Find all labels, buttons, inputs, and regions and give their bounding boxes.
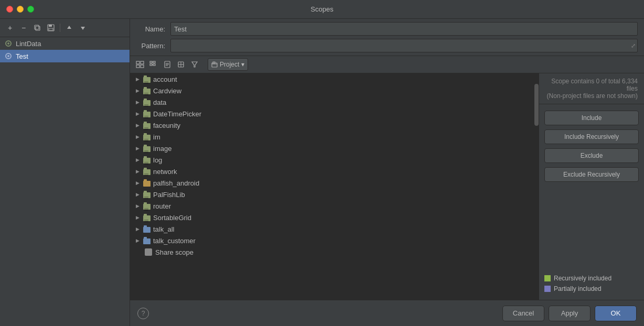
move-down-button[interactable] [77,22,89,34]
exclude-button[interactable]: Exclude [544,148,639,163]
tree-item-network[interactable]: ▶ network [130,166,533,177]
tree-arrow-icon: ▶ [134,99,141,105]
tree-arrow-icon: ▶ [134,226,141,232]
tree-item-im[interactable]: ▶ im [130,131,533,143]
svg-rect-1 [36,26,40,30]
svg-rect-12 [153,61,155,63]
folder-icon [143,225,151,233]
tree-content[interactable]: ▶ account ▶ [130,73,533,300]
pattern-label: Pattern: [136,42,170,50]
project-dropdown[interactable]: Project ▾ [208,58,248,71]
tree-item-label: account [153,75,177,83]
tree-arrow-icon: ▶ [134,157,141,163]
tree-arrow-icon: ▶ [134,168,141,175]
apply-button[interactable]: Apply [549,306,591,321]
minimize-button[interactable] [17,6,24,13]
tree-item-label: palfish_android [153,179,199,187]
svg-rect-7 [136,61,139,64]
folder-icon [143,87,151,94]
name-input[interactable] [170,22,638,36]
tree-item-palfish-android[interactable]: ▶ palfish_android [130,177,533,189]
tree-arrow-icon: ▶ [134,237,141,244]
tree-item-log[interactable]: ▶ log [130,154,533,166]
include-button[interactable]: Include [544,111,639,125]
action-buttons: Include Include Recursively Exclude Excl… [539,104,644,188]
window-title: Scopes [310,5,333,13]
tree-item-label: Cardview [153,87,181,95]
tree-item-image[interactable]: ▶ image [130,143,533,154]
svg-rect-0 [35,25,39,29]
tree-item-data[interactable]: ▶ data [130,96,533,108]
tree-item-label: data [153,99,166,106]
folder-icon [143,237,151,244]
pattern-expand-button[interactable]: ⤢ [631,42,636,49]
sidebar-items: LintData Test [0,37,130,326]
scope-icon [4,39,13,48]
legend-dot-green [544,275,551,281]
tree-arrow-icon: ▶ [134,88,141,94]
pattern-input[interactable] [170,39,638,52]
filter-button[interactable] [189,59,200,70]
cancel-button[interactable]: Cancel [502,306,544,321]
flat-packages-view-button[interactable] [134,59,146,70]
ok-button[interactable]: OK [595,306,637,321]
remove-scope-button[interactable]: − [18,22,29,34]
sidebar-toolbar: + − [0,19,130,37]
sidebar-item-lintdata[interactable]: LintData [0,37,130,50]
tree-toolbar: Project ▾ [130,56,644,73]
folder-icon [143,99,151,106]
content-area: Name: Pattern: ⤢ [130,19,644,326]
tree-item-sortablegrid[interactable]: ▶ SortableGrid [130,212,533,223]
tree-item-cardview[interactable]: ▶ Cardview [130,85,533,96]
sidebar-item-test[interactable]: Test [0,50,130,62]
move-up-button[interactable] [63,22,75,34]
folder-icon [143,168,151,175]
tree-item-talk-all[interactable]: ▶ talk_all [130,223,533,235]
svg-marker-5 [67,26,71,29]
tree-item-palfishlib[interactable]: ▶ PalFishLib [130,189,533,200]
svg-rect-10 [141,65,144,68]
close-button[interactable] [6,6,13,13]
legend-item-recursively: Recursively included [544,275,639,282]
tree-arrow-icon: ▶ [134,180,141,186]
pattern-input-wrapper: ⤢ [170,39,638,52]
svg-rect-4 [49,28,53,30]
tree-item-label: im [153,133,160,141]
sidebar-item-label: Test [16,52,28,60]
exclude-recursively-button[interactable]: Exclude Recursively [544,167,639,182]
tree-item-router[interactable]: ▶ router [130,200,533,212]
tree-item-faceunity[interactable]: ▶ faceunity [130,119,533,131]
maximize-button[interactable] [27,6,34,13]
help-button[interactable]: ? [137,308,149,319]
name-field-row: Name: [136,22,638,36]
compact-view-button[interactable] [175,59,187,70]
project-label: Project [220,61,239,68]
tree-item-label: talk_customer [153,237,196,245]
bottom-bar: ? Cancel Apply OK [130,300,644,326]
save-scope-button[interactable] [45,22,57,34]
include-recursively-button[interactable]: Include Recursively [544,129,639,144]
folder-icon [143,214,151,221]
copy-scope-button[interactable] [31,22,43,34]
tree-view-button[interactable] [148,59,159,70]
tree-item-label: DateTimePicker [153,110,201,118]
add-scope-button[interactable]: + [4,22,16,34]
tree-item-account[interactable]: ▶ account [130,73,533,85]
tree-arrow-icon: ▶ [134,203,141,209]
legend: Recursively included Partially included [539,270,644,300]
svg-rect-11 [150,61,152,63]
tree-item-talk-customer[interactable]: ▶ talk_customer [130,235,533,246]
vertical-scrollbar[interactable] [534,73,539,300]
bottom-left: ? [137,308,149,319]
tree-section: Project ▾ ▶ [130,56,644,300]
svg-marker-24 [192,62,197,67]
share-scope-label: Share scope [155,248,194,256]
tree-left: ▶ account ▶ [130,73,534,300]
share-scope-item[interactable]: Share scope [130,246,533,258]
title-bar: Scopes [0,0,644,19]
tree-item-datetimepicker[interactable]: ▶ DateTimePicker [130,108,533,119]
file-view-button[interactable] [162,59,173,70]
tree-arrow-icon: ▶ [134,214,141,221]
right-panel: Scope contains 0 of total 6,334 files (N… [539,73,644,300]
tree-item-label: SortableGrid [153,214,191,222]
